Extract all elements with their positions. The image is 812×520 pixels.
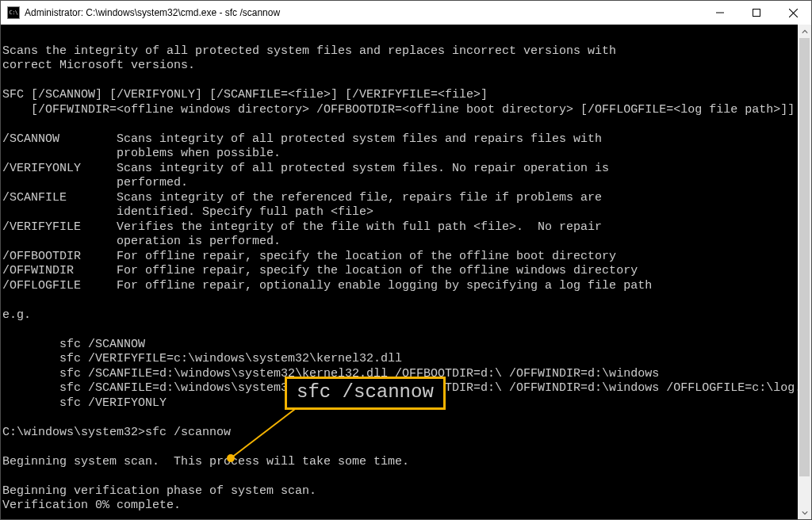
scroll-down-button[interactable] <box>798 506 811 519</box>
maximize-button[interactable] <box>738 1 775 25</box>
client-area: Scans the integrity of all protected sys… <box>1 25 811 519</box>
close-icon <box>789 9 798 17</box>
maximize-icon <box>753 9 760 17</box>
window-title: Administrator: C:\windows\system32\cmd.e… <box>25 7 702 18</box>
callout-box: sfc /scannow <box>285 377 446 410</box>
callout-text: sfc /scannow <box>297 381 434 403</box>
minimize-icon <box>716 9 724 17</box>
svg-rect-1 <box>753 10 760 17</box>
vertical-scrollbar[interactable] <box>798 25 811 519</box>
close-button[interactable] <box>775 1 811 25</box>
window-controls <box>702 1 811 25</box>
chevron-down-icon <box>802 510 808 516</box>
console-output[interactable]: Scans the integrity of all protected sys… <box>1 25 798 519</box>
cmd-window: C:\ Administrator: C:\windows\system32\c… <box>0 0 812 520</box>
minimize-button[interactable] <box>702 1 738 25</box>
scrollbar-thumb[interactable] <box>799 38 810 476</box>
scroll-up-button[interactable] <box>798 25 811 38</box>
titlebar[interactable]: C:\ Administrator: C:\windows\system32\c… <box>1 1 811 25</box>
callout-dot <box>227 454 235 462</box>
chevron-up-icon <box>802 29 808 35</box>
cmd-icon: C:\ <box>7 6 20 19</box>
